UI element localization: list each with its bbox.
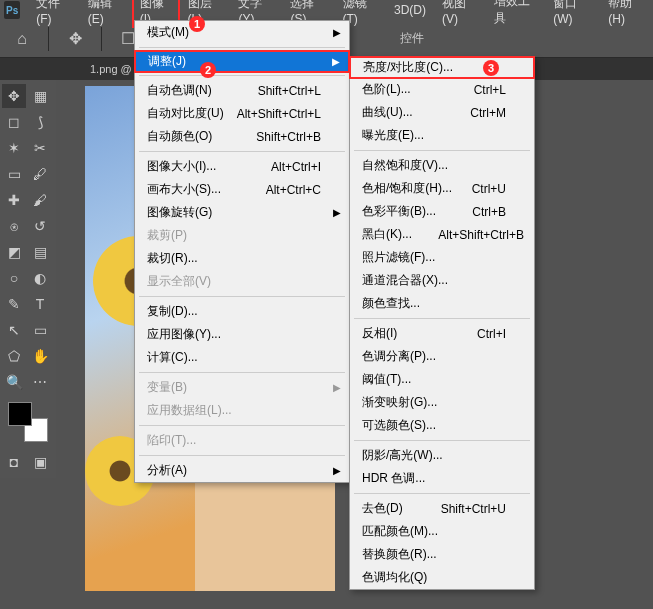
hand-tool[interactable]: ✋ bbox=[28, 344, 52, 368]
shortcut: Alt+Ctrl+C bbox=[266, 183, 321, 197]
menu-invert[interactable]: 反相(I)Ctrl+I bbox=[350, 322, 534, 345]
annotation-badge-2: 2 bbox=[200, 62, 216, 78]
divider bbox=[354, 440, 530, 441]
menu-window[interactable]: 窗口(W) bbox=[545, 0, 600, 28]
chevron-right-icon: ▶ bbox=[333, 465, 341, 476]
divider bbox=[139, 425, 345, 426]
menu-vibrance[interactable]: 自然饱和度(V)... bbox=[350, 154, 534, 177]
menubar: Ps 文件(F) 编辑(E) 图像(I) 图层(L) 文字(Y) 选择(S) 滤… bbox=[0, 0, 653, 20]
color-swatches[interactable] bbox=[8, 402, 48, 442]
blur-tool[interactable]: ○ bbox=[2, 266, 26, 290]
shortcut: Ctrl+M bbox=[470, 106, 506, 120]
menu-desaturate[interactable]: 去色(D)Shift+Ctrl+U bbox=[350, 497, 534, 520]
menu-3d[interactable]: 3D(D) bbox=[386, 1, 434, 19]
adjustments-submenu: 亮度/对比度(C)... 色阶(L)...Ctrl+L 曲线(U)...Ctrl… bbox=[349, 56, 535, 590]
menu-image-size[interactable]: 图像大小(I)...Alt+Ctrl+I bbox=[135, 155, 349, 178]
shortcut: Alt+Shift+Ctrl+L bbox=[237, 107, 321, 121]
app-icon: Ps bbox=[4, 1, 20, 19]
menu-rotate[interactable]: 图像旋转(G)▶ bbox=[135, 201, 349, 224]
menu-hue-sat[interactable]: 色相/饱和度(H)...Ctrl+U bbox=[350, 177, 534, 200]
menu-canvas-size[interactable]: 画布大小(S)...Alt+Ctrl+C bbox=[135, 178, 349, 201]
menu-hdr[interactable]: HDR 色调... bbox=[350, 467, 534, 490]
menu-levels[interactable]: 色阶(L)...Ctrl+L bbox=[350, 78, 534, 101]
tool-palette: ✥▦ ◻⟆ ✶✂ ▭🖋 ✚🖌 ⍟↺ ◩▤ ○◐ ✎T ↖▭ ⬠✋ 🔍⋯ ◘▣ bbox=[0, 80, 56, 478]
tab-title: 1.png @ bbox=[90, 63, 132, 75]
menu-posterize[interactable]: 色调分离(P)... bbox=[350, 345, 534, 368]
menu-view[interactable]: 视图(V) bbox=[434, 0, 486, 28]
menu-equalize[interactable]: 色调均化(Q) bbox=[350, 566, 534, 589]
menu-file[interactable]: 文件(F) bbox=[28, 0, 79, 28]
menu-auto-color[interactable]: 自动颜色(O)Shift+Ctrl+B bbox=[135, 125, 349, 148]
menu-calculations[interactable]: 计算(C)... bbox=[135, 346, 349, 369]
image-menu: 模式(M)▶ 调整(J)▶ 自动色调(N)Shift+Ctrl+L 自动对比度(… bbox=[134, 20, 350, 483]
marquee-tool[interactable]: ◻ bbox=[2, 110, 26, 134]
shortcut: Alt+Shift+Ctrl+B bbox=[438, 228, 524, 242]
polygon-tool[interactable]: ⬠ bbox=[2, 344, 26, 368]
artboard-tool[interactable]: ▦ bbox=[28, 84, 52, 108]
move-icon[interactable]: ✥ bbox=[61, 25, 89, 53]
divider bbox=[139, 75, 345, 76]
stamp-tool[interactable]: ⍟ bbox=[2, 214, 26, 238]
move-tool[interactable]: ✥ bbox=[2, 84, 26, 108]
menu-brightness-contrast[interactable]: 亮度/对比度(C)... bbox=[349, 56, 535, 79]
dodge-tool[interactable]: ◐ bbox=[28, 266, 52, 290]
menu-apply-data: 应用数据组(L)... bbox=[135, 399, 349, 422]
eraser-tool[interactable]: ◩ bbox=[2, 240, 26, 264]
menu-variables: 变量(B)▶ bbox=[135, 376, 349, 399]
menu-duplicate[interactable]: 复制(D)... bbox=[135, 300, 349, 323]
crop-tool[interactable]: ✂ bbox=[28, 136, 52, 160]
menu-shadows-highlights[interactable]: 阴影/高光(W)... bbox=[350, 444, 534, 467]
brush-tool[interactable]: 🖌 bbox=[28, 188, 52, 212]
menu-auto-contrast[interactable]: 自动对比度(U)Alt+Shift+Ctrl+L bbox=[135, 102, 349, 125]
menu-color-lookup[interactable]: 颜色查找... bbox=[350, 292, 534, 315]
menu-channel-mixer[interactable]: 通道混合器(X)... bbox=[350, 269, 534, 292]
menu-auto-tone[interactable]: 自动色调(N)Shift+Ctrl+L bbox=[135, 79, 349, 102]
menu-crop: 裁剪(P) bbox=[135, 224, 349, 247]
menu-black-white[interactable]: 黑白(K)...Alt+Shift+Ctrl+B bbox=[350, 223, 534, 246]
menu-curves[interactable]: 曲线(U)...Ctrl+M bbox=[350, 101, 534, 124]
lasso-tool[interactable]: ⟆ bbox=[28, 110, 52, 134]
pen-tool[interactable]: ✎ bbox=[2, 292, 26, 316]
menu-threshold[interactable]: 阈值(T)... bbox=[350, 368, 534, 391]
menu-match-color[interactable]: 匹配颜色(M)... bbox=[350, 520, 534, 543]
more-tools[interactable]: ⋯ bbox=[28, 370, 52, 394]
gradient-tool[interactable]: ▤ bbox=[28, 240, 52, 264]
menu-trap: 陷印(T)... bbox=[135, 429, 349, 452]
menu-color-balance[interactable]: 色彩平衡(B)...Ctrl+B bbox=[350, 200, 534, 223]
wand-tool[interactable]: ✶ bbox=[2, 136, 26, 160]
heal-tool[interactable]: ✚ bbox=[2, 188, 26, 212]
type-tool[interactable]: T bbox=[28, 292, 52, 316]
menu-trim[interactable]: 裁切(R)... bbox=[135, 247, 349, 270]
shortcut: Ctrl+B bbox=[472, 205, 506, 219]
menu-exposure[interactable]: 曝光度(E)... bbox=[350, 124, 534, 147]
path-tool[interactable]: ↖ bbox=[2, 318, 26, 342]
fg-color[interactable] bbox=[8, 402, 32, 426]
screen-mode[interactable]: ▣ bbox=[28, 450, 52, 474]
chevron-right-icon: ▶ bbox=[332, 56, 340, 67]
zoom-tool[interactable]: 🔍 bbox=[2, 370, 26, 394]
shortcut: Alt+Ctrl+I bbox=[271, 160, 321, 174]
quick-mask[interactable]: ◘ bbox=[2, 450, 26, 474]
shortcut: Ctrl+U bbox=[472, 182, 506, 196]
controls-label: 控件 bbox=[400, 30, 424, 47]
menu-analyze[interactable]: 分析(A)▶ bbox=[135, 459, 349, 482]
menu-selective-color[interactable]: 可选颜色(S)... bbox=[350, 414, 534, 437]
menu-help[interactable]: 帮助(H) bbox=[600, 0, 653, 28]
menu-reveal: 显示全部(V) bbox=[135, 270, 349, 293]
menu-plugins[interactable]: 增效工具 bbox=[486, 0, 545, 29]
menu-edit[interactable]: 编辑(E) bbox=[80, 0, 132, 28]
menu-adjustments[interactable]: 调整(J)▶ bbox=[134, 50, 350, 73]
divider bbox=[354, 150, 530, 151]
annotation-badge-1: 1 bbox=[189, 16, 205, 32]
menu-apply-image[interactable]: 应用图像(Y)... bbox=[135, 323, 349, 346]
menu-replace-color[interactable]: 替换颜色(R)... bbox=[350, 543, 534, 566]
home-icon[interactable]: ⌂ bbox=[8, 25, 36, 53]
history-brush-tool[interactable]: ↺ bbox=[28, 214, 52, 238]
frame-tool[interactable]: ▭ bbox=[2, 162, 26, 186]
eyedropper-tool[interactable]: 🖋 bbox=[28, 162, 52, 186]
menu-gradient-map[interactable]: 渐变映射(G)... bbox=[350, 391, 534, 414]
divider bbox=[48, 27, 49, 51]
shape-tool[interactable]: ▭ bbox=[28, 318, 52, 342]
menu-mode[interactable]: 模式(M)▶ bbox=[135, 21, 349, 44]
menu-photo-filter[interactable]: 照片滤镜(F)... bbox=[350, 246, 534, 269]
